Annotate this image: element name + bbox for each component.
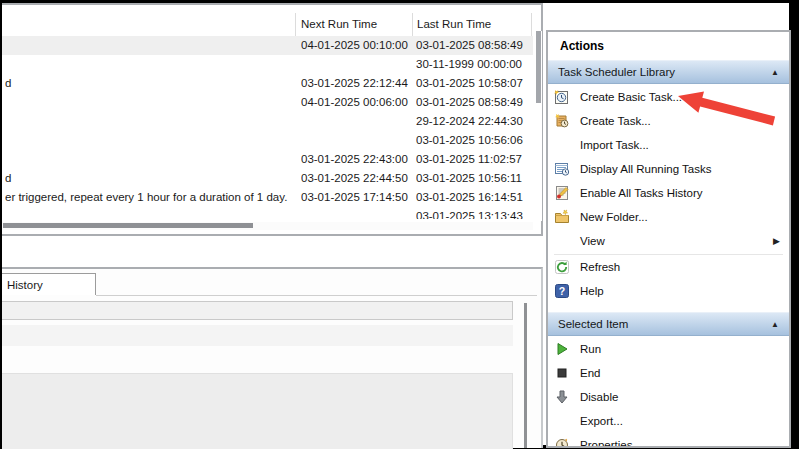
table-row[interactable]: 04-01-2025 00:06:00 03-01-2025 08:58:49	[2, 93, 533, 112]
scrollbar-thumb[interactable]	[536, 31, 541, 103]
disable-icon	[554, 389, 570, 405]
column-header-next-run-time[interactable]: Next Run Time	[301, 18, 377, 30]
menu-item-view[interactable]: View ▶	[548, 229, 789, 253]
task-list-panel: Next Run Time Last Run Time 04-01-2025 0…	[2, 3, 543, 236]
svg-text:?: ?	[559, 285, 565, 297]
menu-item-create-basic-task[interactable]: Create Basic Task...	[548, 85, 789, 109]
menu-item-export[interactable]: Export...	[548, 409, 789, 433]
column-divider[interactable]	[412, 13, 413, 36]
create-basic-task-icon	[554, 89, 570, 105]
help-icon: ?	[554, 283, 570, 299]
table-row[interactable]: d 03-01-2025 22:44:50 03-01-2025 10:56:1…	[2, 169, 533, 188]
task-detail-pane: History (disabled)	[2, 267, 543, 448]
actions-panel: Actions Task Scheduler Library ▲ Create …	[546, 30, 791, 448]
task-rows-viewport: 04-01-2025 00:10:00 03-01-2025 08:58:49 …	[2, 36, 533, 219]
table-row[interactable]: d 03-01-2025 22:12:44 03-01-2025 10:58:0…	[2, 74, 533, 93]
menu-item-properties[interactable]: Properties	[548, 433, 789, 448]
actions-panel-title: Actions	[560, 39, 604, 53]
menu-item-disable[interactable]: Disable	[548, 385, 789, 409]
task-list-header: Next Run Time Last Run Time	[2, 5, 541, 36]
menu-item-create-task[interactable]: Create Task...	[548, 109, 789, 133]
section-header-task-scheduler-library[interactable]: Task Scheduler Library ▲	[548, 60, 789, 84]
menu-item-help[interactable]: ? Help	[548, 279, 789, 303]
run-icon	[554, 341, 570, 357]
table-row[interactable]: 30-11-1999 00:00:00	[2, 55, 533, 74]
menu-item-run[interactable]: Run	[548, 337, 789, 361]
collapse-icon[interactable]: ▲	[771, 313, 779, 336]
menu-item-end[interactable]: End	[548, 361, 789, 385]
scrollbar-thumb[interactable]	[3, 223, 253, 228]
table-row[interactable]: 29-12-2024 22:44:30	[2, 112, 533, 131]
menu-item-new-folder[interactable]: New Folder...	[548, 205, 789, 229]
detail-textarea	[2, 373, 513, 449]
menu-item-refresh[interactable]: Refresh	[548, 255, 789, 279]
detail-band	[2, 325, 513, 346]
tabstrip-divider	[96, 295, 537, 296]
tasks-history-icon	[554, 185, 570, 201]
tab-history-disabled[interactable]: History (disabled)	[2, 273, 96, 295]
task-list-horizontal-scrollbar[interactable]	[2, 222, 533, 230]
menu-item-import-task[interactable]: Import Task...	[548, 133, 789, 157]
end-icon	[554, 365, 570, 381]
detail-field	[2, 301, 513, 320]
new-folder-icon	[554, 209, 570, 225]
task-scheduler-window: Next Run Time Last Run Time 04-01-2025 0…	[0, 0, 799, 449]
table-row[interactable]: er triggered, repeat every 1 hour for a …	[2, 188, 533, 207]
task-list-vertical-scrollbar[interactable]	[536, 31, 542, 221]
properties-icon	[554, 437, 570, 448]
detail-pane-scrollbar[interactable]	[524, 303, 527, 448]
table-row[interactable]: 03-01-2025 13:13:43	[2, 207, 533, 219]
column-header-last-run-time[interactable]: Last Run Time	[417, 18, 491, 30]
menu-item-enable-all-tasks-history[interactable]: Enable All Tasks History	[548, 181, 789, 205]
table-row[interactable]: 04-01-2025 00:10:00 03-01-2025 08:58:49	[2, 36, 533, 55]
section-header-selected-item[interactable]: Selected Item ▲	[548, 312, 789, 336]
collapse-icon[interactable]: ▲	[771, 61, 779, 84]
chevron-right-icon: ▶	[773, 229, 780, 253]
table-row[interactable]: 03-01-2025 10:56:06	[2, 131, 533, 150]
column-divider[interactable]	[295, 13, 296, 36]
column-divider[interactable]	[531, 13, 532, 36]
display-running-tasks-icon	[554, 161, 570, 177]
menu-item-display-all-running-tasks[interactable]: Display All Running Tasks	[548, 157, 789, 181]
table-row[interactable]: 03-01-2025 22:43:00 03-01-2025 11:02:57	[2, 150, 533, 169]
refresh-icon	[554, 259, 570, 275]
create-task-icon	[554, 113, 570, 129]
